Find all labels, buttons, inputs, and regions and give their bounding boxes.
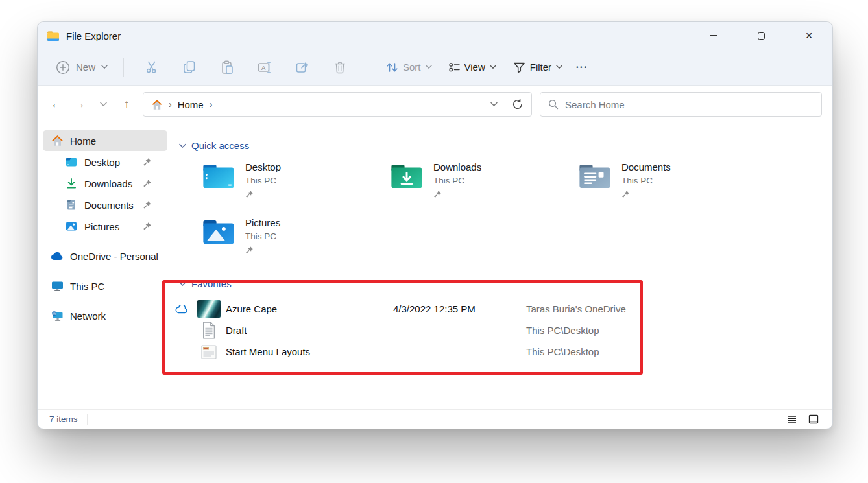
view-button[interactable]: View	[449, 62, 496, 73]
svg-text:A: A	[261, 64, 266, 71]
desktop-icon	[65, 156, 78, 169]
rename-icon: A	[258, 61, 272, 74]
quick-access-title: Quick access	[191, 140, 249, 151]
navigation-buttons: ← → ↑	[48, 95, 135, 114]
tile-desktop[interactable]: Desktop This PC	[183, 160, 371, 206]
breadcrumb-home[interactable]: Home	[178, 99, 204, 110]
chevron-down-icon	[179, 281, 186, 287]
favorites-header[interactable]: Favorites	[179, 278, 819, 289]
scissors-icon	[145, 60, 159, 74]
tile-text: Downloads This PC	[433, 160, 481, 206]
pin-icon	[143, 158, 152, 167]
azure-cape-thumbnail	[193, 300, 224, 318]
chevron-down-icon	[426, 65, 432, 69]
refresh-icon[interactable]	[512, 99, 524, 110]
favorites-rows: Azure Cape 4/3/2022 12:35 PM Taras Buria…	[175, 298, 819, 362]
favorite-row-azure-cape[interactable]: Azure Cape 4/3/2022 12:35 PM Taras Buria…	[175, 298, 819, 320]
sidebar-item-home[interactable]: Home	[43, 130, 167, 151]
status-bar: 7 items	[38, 409, 832, 429]
share-icon	[296, 61, 309, 74]
titlebar: File Explorer ✕	[38, 22, 832, 49]
details-view-toggle[interactable]	[783, 412, 800, 427]
minimize-button[interactable]	[699, 26, 727, 45]
tile-documents[interactable]: Documents This PC	[559, 160, 747, 206]
sidebar-item-documents[interactable]: Documents	[43, 194, 167, 215]
favorite-name: Azure Cape	[224, 303, 393, 314]
sidebar-gap	[42, 297, 169, 305]
tile-location: This PC	[621, 175, 671, 187]
more-options-button[interactable]: •••	[571, 64, 593, 71]
sidebar-item-onedrive[interactable]: OneDrive - Personal	[43, 246, 167, 266]
document-file-icon	[193, 321, 224, 340]
quick-access-tiles: Desktop This PC	[183, 160, 819, 261]
favorite-row-draft[interactable]: Draft This PC\Desktop	[175, 320, 819, 341]
sort-icon	[386, 62, 398, 73]
quick-access-header[interactable]: Quick access	[179, 140, 819, 151]
paste-icon	[221, 60, 234, 75]
pictures-folder-icon	[201, 217, 236, 247]
favorite-location: Taras Buria's OneDrive	[526, 303, 819, 314]
favorite-row-start-menu-layouts[interactable]: Start Menu Layouts This PC\Desktop	[175, 341, 819, 362]
sidebar-item-desktop[interactable]: Desktop	[43, 152, 167, 172]
chevron-down-icon	[101, 65, 108, 69]
close-button[interactable]: ✕	[795, 26, 823, 45]
sidebar-item-network[interactable]: Network	[43, 305, 167, 326]
home-icon	[51, 134, 64, 147]
view-icon	[449, 62, 460, 73]
list-view-icon	[787, 415, 797, 424]
cut-button[interactable]	[137, 56, 167, 79]
status-divider	[87, 414, 88, 425]
sidebar-item-pictures[interactable]: Pictures	[43, 216, 167, 237]
filter-button[interactable]: Filter	[513, 62, 562, 73]
documents-folder-icon	[577, 161, 612, 191]
tile-location: This PC	[245, 175, 281, 187]
home-icon	[151, 99, 163, 110]
sidebar-item-this-pc[interactable]: This PC	[43, 276, 167, 296]
up-button[interactable]: ↑	[118, 95, 135, 114]
sidebar-item-label: This PC	[70, 281, 104, 292]
breadcrumb-separator: ›	[169, 99, 172, 110]
recent-locations-button[interactable]	[95, 95, 112, 114]
favorite-date: 4/3/2022 12:35 PM	[393, 303, 526, 314]
sidebar-item-downloads[interactable]: Downloads	[43, 173, 167, 194]
address-bar[interactable]: › Home ›	[143, 92, 532, 117]
chevron-down-icon	[179, 143, 186, 148]
maximize-button[interactable]	[747, 26, 775, 45]
pin-icon	[143, 179, 152, 188]
large-thumbnails-view-icon	[808, 414, 819, 424]
file-explorer-window: File Explorer ✕ New	[37, 21, 833, 429]
tile-downloads[interactable]: Downloads This PC	[371, 160, 559, 206]
sidebar-item-label: Home	[70, 135, 96, 147]
tile-name: Downloads	[433, 161, 481, 174]
forward-button[interactable]: →	[71, 95, 88, 114]
window-body: Home Desktop Downloads	[38, 123, 832, 409]
network-icon	[51, 309, 64, 322]
toolbar-divider	[123, 58, 124, 77]
sidebar-item-label: Documents	[84, 200, 134, 211]
navigation-pane: Home Desktop Downloads	[38, 123, 171, 409]
search-input[interactable]	[565, 99, 814, 110]
tile-text: Desktop This PC	[245, 160, 281, 206]
rename-button[interactable]: A	[250, 56, 280, 79]
window-controls: ✕	[679, 26, 823, 45]
delete-button[interactable]	[325, 56, 355, 79]
tile-location: This PC	[245, 231, 280, 242]
favorites-section: Favorites Azure Cape 4/3/2022 12:35 PM T…	[174, 278, 819, 362]
downloads-folder-icon	[389, 161, 424, 191]
sort-button[interactable]: Sort	[386, 62, 432, 73]
pin-icon	[245, 189, 254, 197]
this-pc-icon	[51, 279, 64, 292]
minimize-icon	[710, 35, 717, 36]
address-dropdown-icon[interactable]	[490, 102, 498, 107]
copy-icon	[183, 60, 196, 74]
pin-icon	[143, 200, 152, 209]
maximize-icon	[758, 32, 765, 40]
new-button[interactable]: New	[49, 60, 114, 75]
paste-button[interactable]	[212, 56, 242, 79]
copy-button[interactable]	[175, 56, 204, 79]
new-button-label: New	[76, 62, 95, 73]
share-button[interactable]	[287, 56, 317, 79]
thumbnail-view-toggle[interactable]	[805, 412, 822, 427]
back-button[interactable]: ←	[48, 95, 65, 114]
tile-pictures[interactable]: Pictures This PC	[183, 216, 371, 261]
